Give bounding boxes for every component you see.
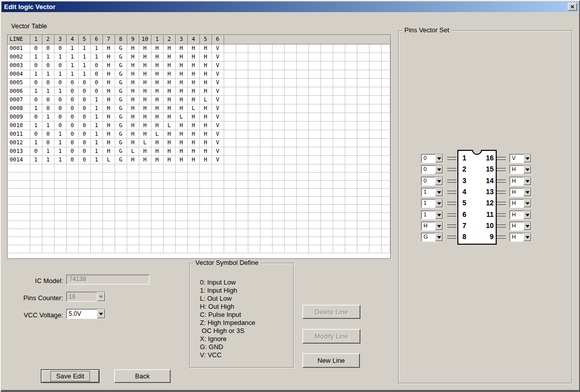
pin-15-combo[interactable]: H bbox=[509, 165, 532, 174]
column-header[interactable]: 6 bbox=[90, 35, 102, 44]
vector-row[interactable]: 0006111000HGHHHHHHHV bbox=[8, 87, 390, 95]
empty-cell bbox=[248, 52, 260, 61]
column-header[interactable]: 5 bbox=[78, 35, 90, 44]
pin-14-combo[interactable]: H bbox=[509, 177, 532, 186]
ic-model-field[interactable]: 74138 bbox=[66, 274, 149, 285]
modify-line-button[interactable]: Modify Line bbox=[302, 329, 360, 344]
column-header[interactable]: 7 bbox=[102, 35, 115, 44]
vector-row[interactable]: 0007000001HGHHHHHHLV bbox=[8, 95, 390, 104]
pin-16-combo[interactable]: V bbox=[509, 154, 532, 163]
empty-cell bbox=[345, 130, 357, 138]
column-header[interactable]: 1 bbox=[30, 35, 42, 44]
pin-5-combo[interactable]: 1 bbox=[421, 199, 443, 208]
empty-cell bbox=[127, 188, 139, 196]
vector-table[interactable]: LINE123456789101234560001000111HGHHHHHHH… bbox=[8, 35, 390, 253]
pin-6-dropdown-button[interactable] bbox=[435, 211, 443, 219]
vector-table-grid[interactable]: LINE123456789101234560001000111HGHHHHHHH… bbox=[7, 34, 391, 259]
column-header[interactable]: 5 bbox=[199, 35, 212, 44]
new-line-button[interactable]: New Line bbox=[302, 353, 360, 368]
column-header[interactable]: 9 bbox=[127, 35, 139, 44]
pin-13-dropdown-button[interactable] bbox=[523, 188, 531, 196]
column-header[interactable]: LINE bbox=[8, 35, 30, 44]
vector-row[interactable]: 0013011001HGLHHHHHHV bbox=[8, 147, 390, 155]
empty-row[interactable] bbox=[8, 172, 390, 180]
column-header[interactable]: 2 bbox=[42, 35, 54, 44]
pin-14-dropdown-button[interactable] bbox=[523, 177, 531, 185]
vector-cell: H bbox=[127, 155, 139, 164]
pin-16-dropdown-button[interactable] bbox=[523, 154, 531, 162]
pin-7-combo[interactable]: H bbox=[421, 221, 443, 231]
vector-row[interactable]: 0012101001HGHLHHHHHV bbox=[8, 138, 390, 147]
pins-counter-dropdown-button[interactable] bbox=[97, 292, 105, 301]
column-header[interactable]: 1 bbox=[151, 35, 163, 44]
pin-2-combo[interactable]: 0 bbox=[421, 165, 443, 174]
pins-counter-combo[interactable]: 16 bbox=[66, 292, 106, 302]
back-button[interactable]: Back bbox=[114, 369, 171, 383]
pin-1-dropdown-button[interactable] bbox=[435, 154, 443, 162]
column-header[interactable]: 3 bbox=[175, 35, 187, 44]
pin-3-dropdown-button[interactable] bbox=[435, 177, 443, 185]
pin-9-dropdown-button[interactable] bbox=[523, 233, 531, 241]
vector-row[interactable]: 0001000111HGHHHHHHHV bbox=[8, 44, 390, 52]
pin-2-dropdown-button[interactable] bbox=[435, 165, 443, 174]
pin-8-combo[interactable]: G bbox=[421, 233, 443, 242]
column-header[interactable]: 6 bbox=[212, 35, 224, 44]
empty-cell bbox=[127, 172, 139, 180]
empty-row[interactable] bbox=[8, 204, 390, 212]
vector-row[interactable]: 0010110001HGHHHLHHHV bbox=[8, 121, 390, 130]
column-header[interactable]: 2 bbox=[163, 35, 175, 44]
pin-6-combo[interactable]: 1 bbox=[421, 210, 443, 219]
empty-cell bbox=[212, 180, 224, 188]
empty-row[interactable] bbox=[8, 164, 390, 172]
empty-row[interactable] bbox=[8, 188, 390, 196]
column-header[interactable]: 10 bbox=[139, 35, 151, 44]
vcc-voltage-dropdown-button[interactable] bbox=[97, 309, 105, 318]
column-header[interactable]: 4 bbox=[187, 35, 199, 44]
pin-9-combo[interactable]: H bbox=[509, 233, 532, 242]
vector-cell: 0 bbox=[42, 138, 54, 147]
vector-row[interactable]: 0003000110HGHHHHHHHV bbox=[8, 61, 390, 70]
column-header[interactable]: 3 bbox=[54, 35, 66, 44]
vector-row[interactable]: 0004111110HGHHHHHHHV bbox=[8, 70, 390, 78]
empty-cell bbox=[139, 180, 151, 188]
pin-12-dropdown-button[interactable] bbox=[523, 199, 531, 207]
vector-row[interactable]: 0005000000HGHHHHHHHV bbox=[8, 78, 390, 87]
pin-8-dropdown-button[interactable] bbox=[435, 233, 443, 241]
vector-row[interactable]: 0009010001HGHHHHLHHV bbox=[8, 113, 390, 121]
empty-cell bbox=[127, 204, 139, 212]
pin-5-dropdown-button[interactable] bbox=[435, 199, 443, 207]
pin-4-combo[interactable]: 1 bbox=[421, 188, 443, 197]
pin-3-combo[interactable]: 0 bbox=[421, 177, 443, 186]
pin-7-dropdown-button[interactable] bbox=[435, 222, 443, 230]
empty-row[interactable] bbox=[8, 180, 390, 188]
empty-row[interactable] bbox=[8, 196, 390, 204]
empty-row[interactable] bbox=[8, 212, 390, 220]
column-header[interactable]: 8 bbox=[115, 35, 127, 44]
empty-row[interactable] bbox=[8, 245, 390, 253]
pin-10-combo[interactable]: H bbox=[509, 221, 532, 231]
vector-row[interactable]: 0002111111HGHHHHHHHV bbox=[8, 52, 390, 61]
delete-line-button[interactable]: Delete Line bbox=[302, 305, 360, 319]
pin-11-dropdown-button[interactable] bbox=[523, 211, 531, 219]
pin-1-combo[interactable]: 0 bbox=[421, 154, 443, 163]
empty-cell bbox=[30, 229, 42, 237]
close-button[interactable]: ✕ bbox=[568, 3, 577, 11]
pin-11-combo[interactable]: H bbox=[509, 210, 532, 219]
vector-row[interactable]: 0014111001LGHHHHHHHV bbox=[8, 155, 390, 164]
pin-12-combo[interactable]: H bbox=[509, 199, 532, 208]
save-edit-button[interactable]: Save Edit bbox=[41, 369, 99, 383]
pin-13-combo[interactable]: H bbox=[509, 188, 532, 197]
pin-4-dropdown-button[interactable] bbox=[435, 188, 443, 196]
pin-15-dropdown-button[interactable] bbox=[523, 165, 531, 174]
column-header[interactable]: 4 bbox=[66, 35, 78, 44]
vector-row[interactable]: 0008100001HGHHHHHLHV bbox=[8, 104, 390, 113]
empty-row[interactable] bbox=[8, 237, 390, 245]
empty-row[interactable] bbox=[8, 229, 390, 237]
vcc-voltage-combo[interactable]: 5.0V bbox=[66, 309, 106, 319]
empty-row[interactable] bbox=[8, 220, 390, 229]
empty-cell bbox=[284, 220, 296, 229]
vector-row[interactable]: 0011001001HGHHLHHHHV bbox=[8, 130, 390, 138]
pin-10-dropdown-button[interactable] bbox=[523, 222, 531, 230]
vector-cell: H bbox=[199, 138, 212, 147]
vector-cell: H bbox=[151, 138, 163, 147]
